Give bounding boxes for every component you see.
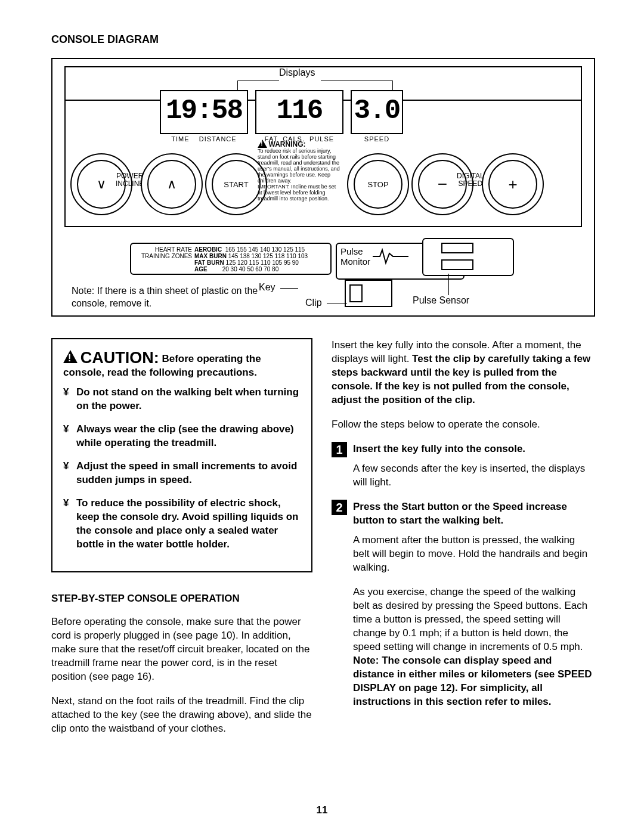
right-para: Insert the key fully into the console. A… [332, 338, 593, 407]
step-title: Insert the key fully into the console. [353, 442, 593, 456]
operation-para: Next, stand on the foot rails of the tre… [51, 694, 312, 735]
leader-line [280, 288, 298, 289]
button-inner: ∧ [147, 160, 196, 209]
warning-important: IMPORTANT: Incline must be set at lowest… [258, 184, 336, 202]
warning-panel: WARNING: To reduce risk of serious injur… [258, 140, 341, 202]
chevron-down-icon: ∨ [97, 176, 106, 192]
step-body-bold: Note: The console can display speed and … [353, 655, 592, 707]
display-value: 116 [256, 91, 342, 127]
label-speed: SPEED [364, 135, 389, 143]
step-number: 2 [332, 500, 347, 515]
stop-label: STOP [367, 180, 388, 189]
warning-title: WARNING: [269, 140, 306, 148]
display-speed: 3.0 SPEED [351, 90, 403, 134]
callout-pulse-sensor: Pulse Sensor [413, 295, 469, 306]
warning-icon [63, 350, 78, 363]
tz-row-vals: 125 120 115 110 105 95 90 [226, 259, 299, 266]
key-inner [349, 284, 363, 302]
step-number: 1 [332, 442, 347, 457]
display-value: 19:58 [161, 91, 247, 127]
start-label: START [224, 180, 248, 189]
left-column: CAUTION: Before operating the console, r… [51, 338, 312, 746]
tz-row-vals: 20 30 40 50 60 70 80 [221, 266, 278, 272]
display-labels: TIME DISTANCE [161, 135, 247, 143]
plus-icon: + [508, 175, 517, 194]
display-value: 3.0 [352, 91, 402, 127]
step-body: A few seconds after the key is inserted,… [332, 462, 593, 489]
caution-box: CAUTION: Before operating the console, r… [51, 338, 312, 572]
page-number: 11 [0, 804, 644, 816]
incline-up-button[interactable]: ∧ [141, 153, 203, 215]
label-time: TIME [171, 135, 189, 143]
display-labels: SPEED [352, 135, 402, 143]
diagram-note: Note: If there is a thin sheet of plasti… [72, 284, 262, 309]
right-para: Follow the steps below to operate the co… [332, 417, 593, 431]
tz-row-label: FAT BURN [194, 259, 224, 266]
tz-row-vals: 165 155 145 140 130 125 115 [225, 246, 305, 253]
tz-row-label: AGE [194, 266, 208, 272]
console-diagram: Displays 19:58 TIME DISTANCE 116 FAT CAL… [51, 58, 595, 317]
caution-bullets: Do not stand on the walking belt when tu… [63, 385, 301, 551]
step-block: 2 Press the Start button or the Speed in… [332, 500, 593, 527]
training-zone-text: HEART RATE TRAINING ZONES AEROBIC 165 15… [131, 244, 330, 275]
leader-line [448, 274, 449, 295]
sensor-slot [441, 259, 473, 270]
tz-row-vals: 145 138 130 125 118 110 103 [228, 253, 308, 259]
step-title: Press the Start button or the Speed incr… [353, 500, 593, 527]
display-fat-cals-pulse: 116 FAT CALS. PULSE [255, 90, 343, 134]
digital-speed-label: DIGITAL SPEED [457, 172, 484, 188]
stop-button[interactable]: STOP [347, 153, 409, 215]
step-body: A moment after the button is pressed, th… [332, 533, 593, 574]
step-block: 1 Insert the key fully into the console. [332, 442, 593, 456]
leader-line [237, 80, 279, 81]
callout-pulse-monitor: Pulse Monitor [340, 246, 370, 267]
leader-line [327, 304, 347, 304]
caution-bullet: Always wear the clip (see the drawing ab… [63, 422, 301, 450]
step-body-text: As you exercise, change the speed of the… [353, 586, 587, 652]
leader-line [321, 80, 392, 81]
caution-heading: CAUTION: Before operating the console, r… [63, 350, 301, 379]
warning-body: To reduce risk of serious injury, stand … [258, 148, 340, 184]
sensor-slot [441, 243, 473, 253]
caution-bullet: Adjust the speed in small increments to … [63, 459, 301, 487]
callout-clip: Clip [305, 298, 322, 308]
tz-row-label: AEROBIC [194, 246, 222, 253]
heartbeat-icon [373, 247, 408, 265]
speed-up-button[interactable]: + [482, 153, 544, 215]
operation-para: Before operating the console, make sure … [51, 615, 312, 683]
button-inner: + [488, 160, 537, 209]
display-time-distance: 19:58 TIME DISTANCE [160, 90, 248, 134]
section-title: CONSOLE DIAGRAM [51, 33, 593, 46]
label-distance: DISTANCE [199, 135, 237, 143]
button-inner: STOP [354, 160, 402, 209]
tz-row-label: MAX BURN [194, 253, 227, 259]
button-inner: START [212, 160, 261, 209]
caution-bullet: To reduce the possibility of electric sh… [63, 496, 301, 551]
caution-bullet: Do not stand on the walking belt when tu… [63, 385, 301, 413]
callout-displays: Displays [279, 67, 315, 78]
minus-icon: − [438, 175, 447, 194]
pulse-sensor-panel [422, 238, 514, 276]
step-body: As you exercise, change the speed of the… [332, 585, 593, 708]
power-incline-label: POWER INCLINE [116, 172, 144, 188]
training-zone-panel: HEART RATE TRAINING ZONES AEROBIC 165 15… [130, 243, 332, 275]
tz-heading: HEART RATE TRAINING ZONES [141, 246, 192, 259]
chevron-up-icon: ∧ [167, 176, 177, 192]
warning-icon [258, 140, 267, 148]
key-clip-box [345, 280, 392, 307]
operation-heading: STEP-BY-STEP CONSOLE OPERATION [51, 592, 312, 605]
right-column: Insert the key fully into the console. A… [332, 338, 593, 746]
caution-word: CAUTION: [80, 349, 159, 367]
